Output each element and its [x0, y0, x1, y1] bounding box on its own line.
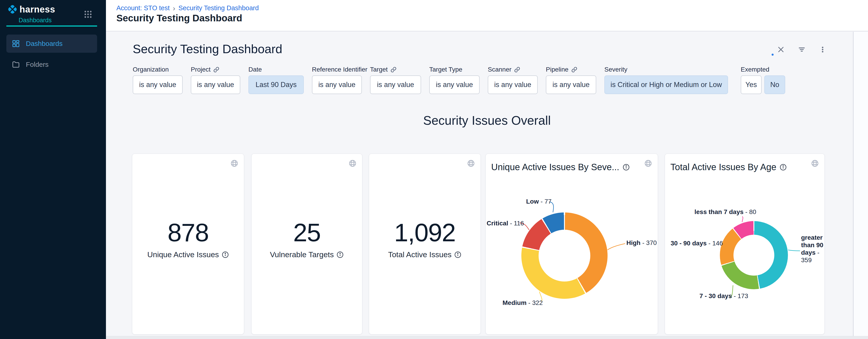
card-unique-active-issues-by-severity: Unique Active Issues By Seve... Low77 Cr… [486, 153, 658, 335]
filter-label: Date [248, 66, 262, 73]
slice-label-medium: Medium322 [502, 299, 543, 307]
dashboard-canvas: Security Testing Dashboard Organization … [106, 32, 868, 339]
metric-label: Vulnerable Targets [270, 250, 334, 259]
slice-label-7-30-days: 7 - 30 days173 [700, 292, 748, 300]
dashboard-heading: Security Testing Dashboard [133, 42, 282, 56]
metric-label: Total Active Issues [388, 250, 452, 259]
link-icon [213, 66, 219, 73]
cursor-dot [772, 54, 774, 56]
link-icon [571, 66, 578, 73]
filter-severity: Severity is Critical or High or Medium o… [604, 65, 728, 94]
breadcrumb-dashboard-link[interactable]: Security Testing Dashboard [178, 4, 259, 12]
link-icon [514, 66, 520, 73]
info-icon[interactable] [454, 251, 461, 258]
chart-title: Unique Active Issues By Seve... [491, 162, 619, 172]
info-icon[interactable] [336, 251, 344, 258]
dashboard-toolbar [776, 45, 827, 54]
info-icon[interactable] [623, 164, 630, 171]
metric-value: 25 [252, 218, 362, 247]
globe-icon[interactable] [230, 159, 239, 167]
filter-project-value[interactable]: is any value [191, 76, 240, 94]
exempted-yes-button[interactable]: Yes [741, 76, 762, 94]
slice-label-greater-than-90-days: greater than 90 days359 [801, 234, 827, 264]
apps-grid-icon[interactable] [84, 10, 92, 19]
link-icon [391, 66, 397, 73]
filter-pipeline-value[interactable]: is any value [546, 76, 596, 94]
breadcrumb-account-link[interactable]: Account: STO test [116, 4, 170, 12]
sidebar-item-label: Dashboards [26, 40, 63, 48]
sidebar-divider [6, 25, 97, 27]
filter-pipeline: Pipeline is any value [546, 65, 596, 94]
sidebar: harness Dashboards Dashboards Folders [0, 0, 106, 339]
close-icon[interactable] [776, 45, 785, 54]
card-total-active-issues: 1,092 Total Active Issues [369, 153, 481, 335]
product-label: Dashboards [19, 17, 52, 24]
filter-target-type: Target Type is any value [429, 65, 479, 94]
filter-icon[interactable] [797, 45, 806, 54]
top-header: Account: STO test › Security Testing Das… [106, 0, 868, 31]
donut-hole [734, 235, 774, 276]
chart-title: Total Active Issues By Age [671, 162, 776, 172]
filter-label: Exempted [741, 66, 769, 73]
filter-label: Target Type [429, 66, 462, 73]
filter-target: Target is any value [370, 65, 421, 94]
harness-logo-icon [7, 4, 18, 15]
sidebar-item-label: Folders [26, 61, 49, 68]
dashboards-icon [12, 39, 20, 48]
metric-value: 1,092 [369, 218, 480, 247]
globe-icon[interactable] [348, 159, 356, 167]
filter-label: Project [191, 66, 211, 73]
card-vulnerable-targets: 25 Vulnerable Targets [251, 153, 362, 335]
filter-label: Severity [604, 66, 627, 73]
slice-label-high: High370 [626, 239, 657, 247]
chevron-right-icon: › [173, 4, 175, 12]
filter-date-value[interactable]: Last 90 Days [248, 76, 304, 94]
section-title: Security Issues Overall [106, 113, 868, 128]
filter-target-value[interactable]: is any value [370, 76, 421, 94]
logo-text: harness [20, 4, 55, 15]
filter-label: Reference Identifier [312, 66, 367, 73]
filter-scanner-value[interactable]: is any value [488, 76, 538, 94]
info-icon[interactable] [779, 164, 787, 171]
sidebar-item-folders[interactable]: Folders [6, 55, 97, 74]
card-total-active-issues-by-age: Total Active Issues By Age less than 7 d… [665, 153, 825, 335]
filter-label: Scanner [488, 66, 512, 73]
scrollbar-track[interactable] [853, 32, 868, 339]
slice-label-30-90-days: 30 - 90 days146 [671, 240, 723, 247]
breadcrumb: Account: STO test › Security Testing Das… [116, 4, 259, 12]
filter-project: Project is any value [191, 65, 240, 94]
folder-icon [12, 60, 20, 68]
slice-label-low: Low77 [526, 198, 552, 205]
globe-icon[interactable] [644, 159, 652, 167]
slice-label-less-than-7-days: less than 7 days80 [694, 208, 756, 216]
filter-label: Target [370, 66, 388, 73]
globe-icon[interactable] [811, 159, 819, 167]
filter-target-type-value[interactable]: is any value [429, 76, 479, 94]
filter-bar: Organization is any value Project is any… [133, 65, 728, 94]
bottom-scrollbar-track[interactable] [106, 336, 868, 339]
globe-icon[interactable] [467, 159, 475, 167]
filter-organization: Organization is any value [133, 65, 183, 94]
card-unique-active-issues: 878 Unique Active Issues [132, 153, 244, 335]
filter-label: Organization [133, 66, 169, 73]
filter-label: Pipeline [546, 66, 568, 73]
filter-severity-value[interactable]: is Critical or High or Medium or Low [604, 76, 728, 94]
filter-scanner: Scanner is any value [488, 65, 538, 94]
filter-exempted: Exempted Yes No [741, 65, 785, 94]
slice-label-critical: Critical116 [487, 220, 524, 227]
harness-logo[interactable]: harness [7, 4, 55, 15]
filter-organization-value[interactable]: is any value [133, 76, 183, 94]
donut-hole [538, 230, 590, 282]
filter-reference-identifier: Reference Identifier is any value [312, 65, 362, 94]
page-title: Security Testing Dashboard [116, 13, 242, 24]
metric-value: 878 [132, 218, 244, 247]
filter-reference-identifier-value[interactable]: is any value [312, 76, 362, 94]
sidebar-item-dashboards[interactable]: Dashboards [6, 34, 97, 53]
kebab-menu-icon[interactable] [818, 45, 827, 54]
info-icon[interactable] [222, 251, 229, 258]
exempted-no-button[interactable]: No [764, 76, 785, 94]
filter-date: Date Last 90 Days [248, 65, 304, 94]
metric-label: Unique Active Issues [147, 250, 219, 259]
